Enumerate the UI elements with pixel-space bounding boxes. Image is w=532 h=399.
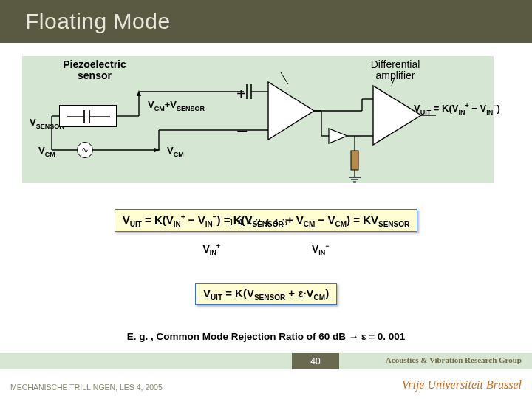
university-label: Vrije Universiteit Brussel [402, 378, 522, 392]
equation-2-box: VUIT = K(VSENSOR + ε·VCM) [195, 283, 337, 305]
footer: 40 Acoustics & Vibration Research Group … [0, 353, 532, 399]
page-number: 40 [292, 353, 339, 369]
course-label: MECHANISCHE TRILLINGEN, LES 4, 2005 [10, 383, 163, 392]
cmrr-text: E. g. , Common Mode Rejection Ratio of 6… [0, 331, 532, 342]
slide-title: Floating Mode [25, 9, 171, 34]
equation-2-row: VUIT = K(VSENSOR + ε·VCM) [0, 283, 532, 305]
svg-rect-29 [351, 151, 358, 170]
svg-marker-15 [154, 148, 160, 152]
svg-marker-6 [137, 90, 141, 96]
svg-line-28 [392, 75, 395, 86]
svg-line-35 [281, 72, 288, 84]
svg-marker-22 [329, 129, 347, 143]
title-bar: Floating Mode [0, 0, 532, 43]
circuit-diagram: Piezoelectric sensor Differential amplif… [22, 56, 494, 183]
equation-middle-labels: VIN+ VIN− [0, 242, 532, 256]
research-group-label: Acoustics & Vibration Research Group [386, 355, 522, 364]
svg-marker-18 [268, 82, 314, 140]
circuit-wires [22, 56, 494, 183]
svg-marker-27 [373, 86, 421, 145]
content-area: Piezoelectric sensor Differential amplif… [0, 43, 532, 353]
overlay-digits: 1 4 4 2 4 4 3 [229, 217, 288, 228]
